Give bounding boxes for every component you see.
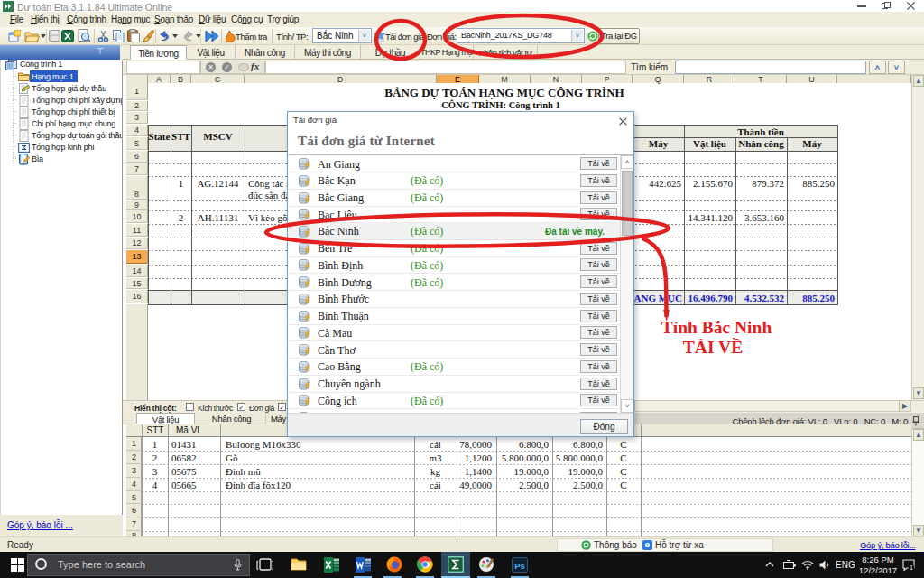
svg-text:1: 1	[910, 564, 913, 571]
svg-text:Ps: Ps	[514, 561, 525, 571]
